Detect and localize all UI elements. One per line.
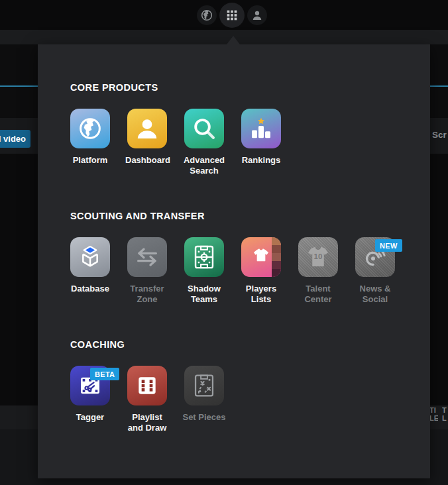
app-talent-center: 10 Talent Center: [290, 237, 347, 306]
app-transfer-zone: Transfer Zone: [119, 237, 176, 306]
app-tagger[interactable]: BETA Tagger: [62, 366, 119, 435]
app-label: News & Social: [353, 284, 397, 306]
app-tile: [70, 237, 110, 277]
profile-icon: [251, 9, 264, 22]
app-dashboard[interactable]: Dashboard: [119, 109, 176, 178]
globe-nav-button[interactable]: [197, 5, 217, 25]
app-label: Database: [71, 284, 109, 306]
subheader-band: [0, 30, 448, 44]
clipped-screen-label: Scr: [432, 130, 448, 140]
app-tile: [241, 237, 281, 277]
app-playlist-draw[interactable]: Playlist and Draw: [119, 366, 176, 435]
badge: BETA: [90, 368, 119, 380]
app-label: Transfer Zone: [125, 284, 169, 306]
launcher-section: CORE PRODUCTS Platform Dashboard Advance…: [70, 82, 404, 178]
nav-button-cluster: [197, 2, 267, 28]
launcher-section: COACHING BETA Tagger Playlist and Draw S…: [70, 339, 404, 435]
clipped-text-fragment: TI LE: [429, 406, 438, 422]
launcher-sections: CORE PRODUCTS Platform Dashboard Advance…: [70, 82, 404, 435]
video-button-label: d video: [0, 134, 26, 144]
app-tile: BETA: [70, 366, 110, 405]
app-label: Tagger: [76, 412, 104, 435]
section-title: COACHING: [70, 339, 404, 350]
pitch-icon: [190, 243, 218, 271]
app-label: Shadow Teams: [182, 284, 226, 306]
apps-grid-icon: [225, 9, 239, 22]
app-row: Platform Dashboard Advanced Search Ranki…: [62, 109, 404, 178]
app-row: BETA Tagger Playlist and Draw Set Pieces: [62, 366, 404, 435]
shirt-icon: [249, 244, 274, 270]
app-tile: [70, 109, 110, 148]
popup-caret: [227, 36, 240, 44]
app-tile: [127, 237, 167, 277]
set-pieces-icon: [190, 372, 218, 400]
app-shadow-teams[interactable]: Shadow Teams: [176, 237, 233, 306]
app-tile: [241, 109, 281, 148]
app-tile: [184, 237, 224, 277]
app-row: Database Transfer Zone Shadow Teams Play…: [62, 237, 404, 306]
video-button[interactable]: d video: [0, 130, 30, 148]
apps-grid-button[interactable]: [219, 3, 245, 28]
app-set-pieces: Set Pieces: [176, 366, 233, 435]
app-rankings[interactable]: Rankings: [233, 109, 290, 178]
globe-nav-icon: [199, 8, 214, 23]
app-players-lists[interactable]: Players Lists: [233, 237, 290, 306]
database-box-icon: [77, 244, 103, 270]
app-tile: NEW: [355, 237, 395, 277]
app-tile: 10: [298, 237, 338, 277]
app-platform[interactable]: Platform: [62, 109, 119, 178]
app-label: Playlist and Draw: [125, 412, 169, 435]
search-tile-icon: [191, 115, 217, 142]
badge: NEW: [375, 239, 402, 252]
app-advanced-search[interactable]: Advanced Search: [176, 109, 233, 178]
app-label: Dashboard: [125, 155, 169, 178]
section-title: SCOUTING AND TRANSFER: [70, 211, 404, 221]
profile-button[interactable]: [247, 5, 267, 25]
app-news-social: NEW News & Social: [347, 237, 404, 306]
app-label: Set Pieces: [182, 412, 225, 435]
user-icon: [134, 115, 160, 142]
app-label: Talent Center: [296, 284, 340, 306]
globe-tile-icon: [77, 115, 103, 142]
app-tile: [184, 366, 224, 405]
clipped-text-fragment: T L: [442, 406, 448, 422]
filmstrip-icon: [134, 372, 160, 399]
app-database[interactable]: Database: [62, 237, 119, 306]
section-title: CORE PRODUCTS: [70, 82, 404, 93]
app-label: Rankings: [242, 155, 281, 178]
podium-icon: [248, 115, 274, 142]
top-navigation-bar: [0, 0, 448, 30]
svg-text:10: 10: [314, 252, 323, 260]
app-launcher-popup: CORE PRODUCTS Platform Dashboard Advance…: [38, 44, 430, 478]
app-tile: [127, 366, 167, 405]
app-tile: [184, 109, 224, 148]
transfer-arrows-icon: [134, 244, 160, 270]
jersey-10-icon: 10: [304, 243, 332, 271]
app-label: Platform: [73, 155, 108, 178]
launcher-section: SCOUTING AND TRANSFER Database Transfer …: [70, 211, 404, 306]
app-label: Advanced Search: [182, 155, 226, 178]
app-tile: [127, 109, 167, 148]
app-label: Players Lists: [239, 284, 283, 306]
